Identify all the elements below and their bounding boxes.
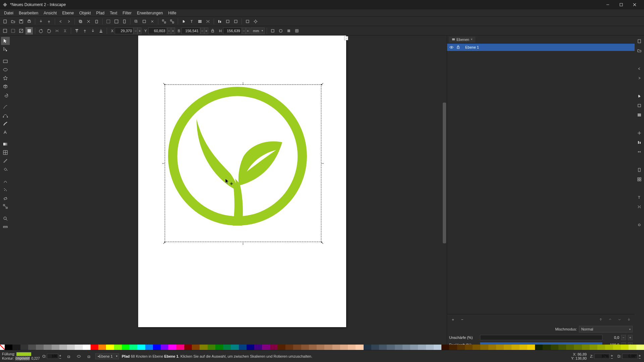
eraser-tool[interactable] xyxy=(1,194,10,202)
palette-swatch[interactable] xyxy=(145,345,153,350)
h-input[interactable] xyxy=(223,27,242,34)
style-lock-button[interactable] xyxy=(65,353,72,360)
dock-document-button[interactable] xyxy=(636,166,643,174)
dock-xml-button[interactable] xyxy=(636,203,643,210)
palette-swatch[interactable] xyxy=(231,345,238,350)
palette-swatch[interactable] xyxy=(223,345,231,350)
y-input[interactable] xyxy=(148,27,167,34)
box3d-tool[interactable] xyxy=(1,82,10,90)
minimize-button[interactable] xyxy=(601,0,614,9)
palette-swatch[interactable] xyxy=(28,345,36,350)
rotation-inc[interactable]: + xyxy=(639,354,642,356)
align-dialog-button[interactable] xyxy=(216,18,223,25)
blend-mode-select[interactable]: Normal xyxy=(579,326,633,333)
layer-visibility-status[interactable] xyxy=(75,353,83,360)
object-properties-button[interactable] xyxy=(232,18,239,25)
blur-inc[interactable]: + xyxy=(628,335,633,340)
handle-nw[interactable]: ↘ xyxy=(162,82,166,85)
copy-button[interactable] xyxy=(77,18,84,25)
palette-swatch[interactable] xyxy=(208,345,215,350)
palette-swatch[interactable] xyxy=(122,345,129,350)
layer-lock-status[interactable] xyxy=(85,353,93,360)
dock-arrange-button[interactable] xyxy=(636,176,643,183)
palette-swatch[interactable] xyxy=(83,345,91,350)
layer-up-button[interactable] xyxy=(606,316,614,323)
palette-swatch[interactable] xyxy=(309,345,317,350)
dock-align-button[interactable] xyxy=(636,139,643,146)
layer-lock-toggle[interactable] xyxy=(456,45,461,50)
palette-swatch[interactable] xyxy=(527,345,535,350)
palette-swatch[interactable] xyxy=(168,345,176,350)
clone-button[interactable] xyxy=(141,18,148,25)
palette-swatch[interactable] xyxy=(301,345,309,350)
menu-view[interactable]: Ansicht xyxy=(41,10,59,16)
palette-swatch[interactable] xyxy=(621,345,629,350)
rotate-cw-button[interactable] xyxy=(45,27,53,35)
palette-swatch[interactable] xyxy=(402,345,410,350)
palette-swatch[interactable] xyxy=(449,345,457,350)
palette-swatch[interactable] xyxy=(324,345,332,350)
menu-layer[interactable]: Ebene xyxy=(59,10,76,16)
select-all-layers-button[interactable] xyxy=(1,27,9,35)
palette-swatch[interactable] xyxy=(114,345,122,350)
color-palette[interactable] xyxy=(0,345,644,350)
handle-ne[interactable]: ↙ xyxy=(320,82,324,85)
paint-bucket-tool[interactable] xyxy=(1,165,10,173)
rectangle-tool[interactable] xyxy=(1,57,10,65)
menu-filter[interactable]: Filter xyxy=(120,10,135,16)
palette-swatch[interactable] xyxy=(551,345,558,350)
node-tool[interactable] xyxy=(1,45,10,53)
handle-s[interactable]: ↕ xyxy=(241,242,245,245)
palette-swatch[interactable] xyxy=(356,345,363,350)
lock-aspect-button[interactable] xyxy=(209,27,216,35)
lower-bottom-button[interactable] xyxy=(97,27,105,35)
palette-swatch[interactable] xyxy=(254,345,262,350)
palette-swatch[interactable] xyxy=(106,345,114,350)
remove-layer-button[interactable]: − xyxy=(459,316,466,323)
palette-swatch[interactable] xyxy=(597,345,605,350)
move-gradients-toggle[interactable] xyxy=(285,27,292,35)
star-tool[interactable] xyxy=(1,74,10,82)
ellipse-tool[interactable] xyxy=(1,66,10,74)
palette-swatch[interactable] xyxy=(488,345,496,350)
palette-swatch[interactable] xyxy=(379,345,387,350)
stroke-swatch[interactable]: Ungesetzt xyxy=(15,357,30,360)
cut-button[interactable] xyxy=(85,18,92,25)
status-opacity-inc[interactable]: + xyxy=(59,354,62,356)
dock-snap-button[interactable] xyxy=(636,129,643,137)
palette-swatch[interactable] xyxy=(44,345,51,350)
undo-button[interactable] xyxy=(57,18,64,25)
palette-swatch[interactable] xyxy=(512,345,519,350)
palette-swatch[interactable] xyxy=(566,345,574,350)
gradient-tool[interactable] xyxy=(1,140,10,148)
spiral-tool[interactable] xyxy=(1,91,10,99)
palette-swatch[interactable] xyxy=(262,345,270,350)
group-button[interactable] xyxy=(160,18,168,25)
menu-extensions[interactable]: Erweiterungen xyxy=(134,10,165,16)
palette-swatch[interactable] xyxy=(176,345,184,350)
handle-sw[interactable]: ↗ xyxy=(162,241,166,244)
palette-swatch[interactable] xyxy=(98,345,106,350)
palette-none-swatch[interactable] xyxy=(0,345,5,350)
dropper-tool[interactable] xyxy=(1,157,10,165)
ungroup-button[interactable] xyxy=(168,18,176,25)
zoom-page-button[interactable] xyxy=(121,18,128,25)
dock-prefs-button[interactable] xyxy=(636,221,643,229)
select-all-button[interactable] xyxy=(9,27,17,35)
handle-n[interactable]: ↕ xyxy=(241,81,245,85)
text-tool[interactable]: A xyxy=(1,128,10,136)
menu-help[interactable]: Hilfe xyxy=(166,10,179,16)
palette-swatch[interactable] xyxy=(247,345,254,350)
menu-path[interactable]: Pfad xyxy=(94,10,107,16)
menu-object[interactable]: Objekt xyxy=(76,10,94,16)
palette-swatch[interactable] xyxy=(613,345,621,350)
palette-swatch[interactable] xyxy=(20,345,28,350)
palette-swatch[interactable] xyxy=(215,345,223,350)
palette-swatch[interactable] xyxy=(340,345,348,350)
preferences-button[interactable] xyxy=(252,18,259,25)
palette-swatch[interactable] xyxy=(535,345,543,350)
palette-swatch[interactable] xyxy=(192,345,200,350)
y-dec[interactable]: − xyxy=(167,27,171,34)
layer-visibility-toggle[interactable] xyxy=(449,45,454,50)
palette-swatch[interactable] xyxy=(270,345,278,350)
